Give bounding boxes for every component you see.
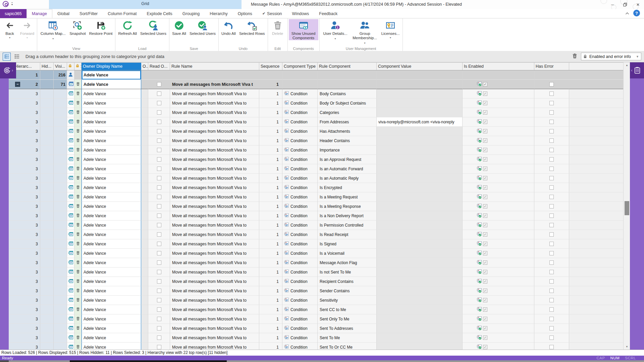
is-enabled-cell[interactable] <box>463 211 534 221</box>
read-only-cell[interactable] <box>148 286 170 296</box>
trash-icon[interactable] <box>76 232 80 237</box>
delete-row-cell[interactable] <box>74 108 82 117</box>
has-error-cell[interactable] <box>534 117 569 127</box>
read-only-checkbox[interactable] <box>157 298 161 302</box>
is-enabled-cell[interactable] <box>463 174 534 183</box>
has-error-checkbox[interactable] <box>549 251 554 255</box>
has-error-checkbox[interactable] <box>549 289 554 293</box>
tab-column-format[interactable]: Column Format <box>103 9 142 18</box>
delete-row-cell[interactable] <box>74 99 82 108</box>
read-only-checkbox[interactable] <box>157 214 161 218</box>
is-enabled-checkbox[interactable] <box>483 326 487 330</box>
back-button[interactable]: Back▾ <box>1 19 18 39</box>
table-row[interactable]: 3Adele VanceMove all messages from Micro… <box>9 127 623 136</box>
has-error-cell[interactable] <box>534 258 569 267</box>
has-error-cell[interactable] <box>534 249 569 258</box>
table-row[interactable]: 3Adele VanceMove all messages from Micro… <box>9 286 623 296</box>
has-error-checkbox[interactable] <box>549 298 554 302</box>
table-row[interactable]: 3Adele VanceMove all messages from Micro… <box>9 183 623 192</box>
is-enabled-checkbox[interactable] <box>483 129 487 133</box>
table-row[interactable]: 3Adele VanceMove all messages from Micro… <box>9 296 623 305</box>
read-only-checkbox[interactable] <box>157 289 161 293</box>
delete-row-cell[interactable] <box>74 211 82 221</box>
delete-row-cell[interactable] <box>74 305 82 314</box>
table-row[interactable]: 3Adele VanceMove all messages from Micro… <box>9 230 623 239</box>
is-enabled-cell[interactable] <box>463 221 534 230</box>
has-error-cell[interactable] <box>534 89 569 99</box>
horizontal-scrollbar-thumb[interactable] <box>70 360 227 362</box>
column-header-reado[interactable]: Read O... <box>148 63 170 70</box>
is-enabled-cell[interactable] <box>463 99 534 108</box>
tab-sapio365[interactable]: sapio365 <box>0 9 26 18</box>
has-error-checkbox[interactable] <box>549 176 554 180</box>
is-enabled-cell[interactable] <box>463 286 534 296</box>
table-row[interactable]: 3Adele VanceMove all messages from Micro… <box>9 89 623 99</box>
table-row[interactable]: 3Adele VanceMove all messages from Micro… <box>9 117 623 127</box>
sapio365-logo-icon[interactable] <box>3 1 9 7</box>
collapse-ribbon-icon[interactable] <box>625 10 629 16</box>
selected-users-button[interactable]: Selected Users <box>188 19 217 36</box>
has-error-cell[interactable] <box>534 164 569 174</box>
read-only-checkbox[interactable] <box>157 260 161 265</box>
read-only-cell[interactable] <box>148 305 170 314</box>
column-header-o[interactable]: O... <box>141 63 148 70</box>
read-only-checkbox[interactable] <box>157 317 161 321</box>
has-error-cell[interactable] <box>534 239 569 249</box>
has-error-checkbox[interactable] <box>549 326 554 330</box>
horizontal-scrollbar[interactable] <box>0 360 644 362</box>
tab-session[interactable]: ✔Session <box>257 9 287 18</box>
read-only-cell[interactable] <box>148 117 170 127</box>
delete-row-cell[interactable] <box>74 333 82 343</box>
has-error-checkbox[interactable] <box>549 336 554 340</box>
left-panel-strip[interactable] <box>0 62 9 350</box>
help-button[interactable]: ? <box>633 10 640 16</box>
is-enabled-cell[interactable] <box>463 249 534 258</box>
settings-panel-button[interactable]: › <box>0 62 16 78</box>
table-row[interactable]: 3Adele VanceMove all messages from Micro… <box>9 211 623 221</box>
delete-row-cell[interactable] <box>74 249 82 258</box>
trash-icon[interactable] <box>76 298 80 303</box>
list-view-toggle[interactable] <box>13 53 21 61</box>
has-error-checkbox[interactable] <box>549 317 554 321</box>
selected-rows-button[interactable]: Selected Rows <box>237 19 267 36</box>
has-error-checkbox[interactable] <box>549 138 554 143</box>
trash-icon[interactable] <box>76 147 80 153</box>
is-enabled-cell[interactable] <box>463 333 534 343</box>
trash-icon[interactable] <box>76 288 80 294</box>
tab-grouping[interactable]: Grouping <box>177 9 205 18</box>
is-enabled-cell[interactable] <box>463 145 534 155</box>
is-enabled-cell[interactable] <box>463 230 534 239</box>
has-error-cell[interactable] <box>534 314 569 324</box>
is-enabled-cell[interactable] <box>463 164 534 174</box>
table-row[interactable]: 3Adele VanceMove all messages from Micro… <box>9 155 623 164</box>
trash-icon[interactable] <box>76 138 80 143</box>
report-panel-button[interactable]: ‹ <box>628 62 644 78</box>
trash-icon[interactable] <box>76 345 80 350</box>
table-row[interactable]: 3Adele VanceMove all messages from Micro… <box>9 108 623 117</box>
quick-access-caret-icon[interactable]: ▾ <box>11 2 13 6</box>
read-only-checkbox[interactable] <box>157 232 161 237</box>
read-only-checkbox[interactable] <box>157 148 161 152</box>
tab-manage[interactable]: Manage <box>26 9 52 18</box>
is-enabled-cell[interactable] <box>463 183 534 192</box>
column-header-visi[interactable]: Visi... <box>54 63 67 70</box>
read-only-checkbox[interactable] <box>157 345 161 349</box>
read-only-checkbox[interactable] <box>157 223 161 227</box>
show-unused-components-button[interactable]: Show Unused Components <box>289 19 318 40</box>
trash-icon[interactable] <box>76 166 80 172</box>
has-error-cell[interactable] <box>534 333 569 343</box>
minimize-button[interactable]: ─ <box>610 2 615 7</box>
read-only-cell[interactable] <box>148 333 170 343</box>
is-enabled-checkbox[interactable] <box>483 138 487 143</box>
trash-icon[interactable] <box>76 157 80 162</box>
read-only-checkbox[interactable] <box>157 129 161 133</box>
has-error-checkbox[interactable] <box>549 185 554 190</box>
delete-row-cell[interactable] <box>74 145 82 155</box>
tab-explode-cells[interactable]: Explode Cells <box>142 9 177 18</box>
table-row[interactable]: 3Adele VanceMove all messages from Micro… <box>9 249 623 258</box>
has-error-checkbox[interactable] <box>549 345 554 349</box>
delete-row-cell[interactable] <box>74 343 82 350</box>
delete-row-cell[interactable] <box>74 136 82 145</box>
has-error-checkbox[interactable] <box>549 307 554 312</box>
read-only-checkbox[interactable] <box>157 82 161 86</box>
